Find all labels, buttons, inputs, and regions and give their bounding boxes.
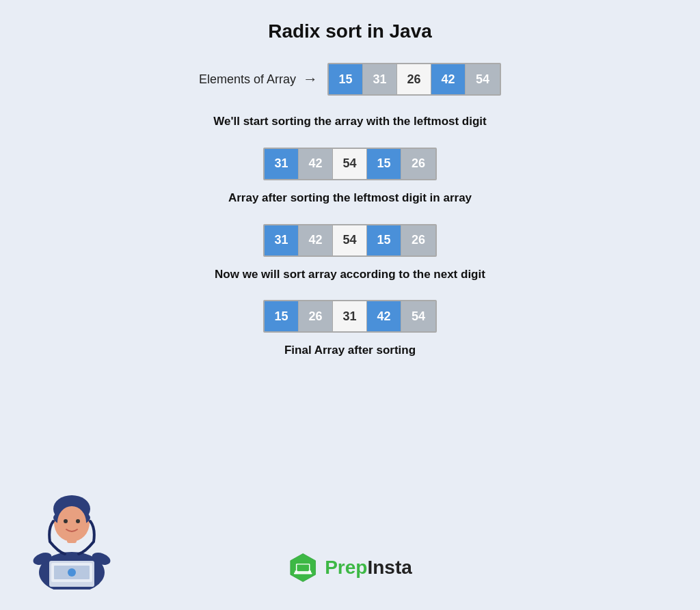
- arrow-right-icon: →: [303, 70, 318, 88]
- cell-1: 31: [363, 64, 397, 94]
- cell-2: 26: [397, 64, 431, 94]
- cell-2: 54: [333, 225, 367, 255]
- cell-3: 42: [367, 301, 401, 331]
- section-initial: Elements of Array → 15 31 26 42 54 We'll…: [14, 63, 686, 141]
- elements-row: Elements of Array → 15 31 26 42 54: [14, 63, 686, 96]
- section-after-leftmost: 31 42 54 15 26 Array after sorting the l…: [14, 148, 686, 217]
- cell-1: 42: [299, 225, 333, 255]
- next-digit-array: 31 42 54 15 26: [263, 224, 437, 257]
- cell-0: 31: [265, 149, 299, 179]
- cell-4: 54: [466, 64, 500, 94]
- prepinsta-prep: Prep: [325, 557, 367, 578]
- elements-label: Elements of Array: [199, 72, 296, 87]
- caption-2: Array after sorting the leftmost digit i…: [228, 190, 472, 206]
- svg-point-13: [76, 519, 80, 523]
- svg-point-12: [64, 519, 68, 523]
- caption-1: We'll start sorting the array with the l…: [213, 113, 487, 130]
- cell-3: 15: [367, 149, 401, 179]
- page-title: Radix sort in Java: [268, 20, 432, 42]
- caption-3: Now we will sort array according to the …: [215, 266, 485, 283]
- svg-rect-16: [297, 565, 309, 572]
- cell-1: 42: [299, 149, 333, 179]
- cell-0: 15: [265, 301, 299, 331]
- character-illustration: [27, 473, 116, 583]
- prepinsta-insta: Insta: [367, 557, 412, 578]
- cell-2: 31: [333, 301, 367, 331]
- cell-4: 26: [401, 149, 435, 179]
- cell-0: 31: [265, 225, 299, 255]
- cell-2: 54: [333, 149, 367, 179]
- svg-point-6: [68, 568, 76, 577]
- after-leftmost-array: 31 42 54 15 26: [263, 148, 437, 180]
- section-next-digit: 31 42 54 15 26 Now we will sort array ac…: [14, 224, 686, 294]
- prepinsta-logo: PrepInsta: [288, 553, 412, 583]
- prepinsta-brand-text: PrepInsta: [325, 557, 412, 579]
- prepinsta-hexagon-icon: [288, 553, 318, 583]
- cell-4: 26: [401, 225, 435, 255]
- section-final: 15 26 31 42 54 Final Array after sorting: [14, 300, 686, 370]
- initial-array: 15 31 26 42 54: [327, 63, 501, 96]
- svg-rect-18: [295, 570, 297, 573]
- final-array: 15 26 31 42 54: [263, 300, 437, 333]
- svg-rect-19: [308, 570, 311, 573]
- cell-3: 42: [431, 64, 466, 94]
- cell-4: 54: [401, 301, 435, 331]
- svg-point-11: [57, 506, 86, 539]
- cell-1: 26: [299, 301, 333, 331]
- caption-4: Final Array after sorting: [284, 342, 416, 359]
- cell-3: 15: [367, 225, 401, 255]
- cell-0: 15: [329, 64, 363, 94]
